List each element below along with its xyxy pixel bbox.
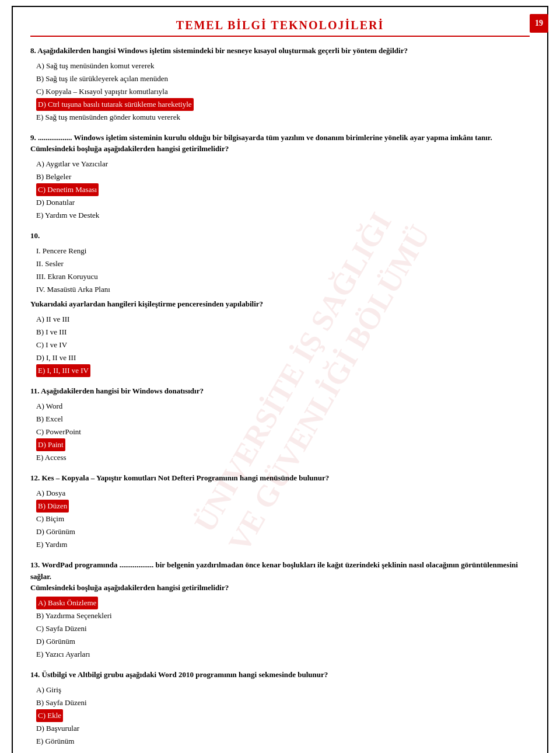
q12-opt-c: C) Biçim [36, 513, 530, 525]
q11-opt-e: E) Access [36, 451, 530, 464]
q9-opt-c: C) Denetim Masası [36, 183, 99, 196]
question-9: 9. .................. Windows işletim si… [30, 132, 530, 222]
q11-opt-c: C) PowerPoint [36, 426, 530, 438]
question-10: 10. I. Pencere Rengi II. Sesler III. Ekr… [30, 230, 530, 377]
q11-options: A) Word B) Excel C) PowerPoint D) Paint … [36, 400, 530, 464]
q10-items: I. Pencere Rengi II. Sesler III. Ekran K… [36, 245, 530, 296]
q10-after: Yukarıdaki ayarlardan hangileri kişileşt… [30, 299, 263, 308]
question-9-text: 9. .................. Windows işletim si… [30, 132, 530, 155]
q14-number: 14. [30, 670, 40, 679]
q13-opt-e: E) Yazıcı Ayarları [36, 648, 530, 661]
q11-opt-d: D) Paint [36, 438, 65, 451]
q9-after: Cümlesindeki boşluğa aşağıdakilerden han… [30, 144, 229, 153]
q12-body: Kes – Kopyala – Yapıştır komutları Not D… [42, 473, 330, 482]
q13-after: Cümlesindeki boşluğa aşağıdakilerden han… [30, 583, 229, 592]
q11-opt-b: B) Excel [36, 413, 530, 426]
q9-opt-b: B) Belgeler [36, 170, 530, 183]
page-number: 19 [530, 14, 548, 33]
question-12: 12. Kes – Kopyala – Yapıştır komutları N… [30, 472, 530, 551]
q10-item-1: I. Pencere Rengi [36, 246, 86, 255]
q11-body: Aşağıdakilerden hangisi bir Windows dona… [41, 386, 204, 395]
question-10-after: Yukarıdaki ayarlardan hangileri kişileşt… [30, 298, 530, 310]
q13-opt-b: B) Yazdırma Seçenekleri [36, 609, 530, 622]
q13-opt-c: C) Sayfa Düzeni [36, 622, 530, 635]
q14-opt-b: B) Sayfa Düzeni [36, 696, 530, 709]
q13-opt-d: D) Görünüm [36, 635, 530, 648]
q13-options: A) Baskı Önizleme B) Yazdırma Seçenekler… [36, 597, 530, 661]
q14-opt-c: C) Ekle [36, 709, 63, 722]
q12-number: 12. [30, 473, 40, 482]
q10-item-2: II. Sesler [36, 259, 64, 268]
q12-opt-a: A) Dosya [36, 487, 530, 500]
page-title: TEMEL BİLGİ TEKNOLOJİLERİ [30, 19, 530, 37]
question-14: 14. Üstbilgi ve Altbilgi grubu aşağıdaki… [30, 669, 530, 748]
q14-options: A) Giriş B) Sayfa Düzeni C) Ekle D) Başv… [36, 684, 530, 748]
q10-item-4: IV. Masaüstü Arka Planı [36, 285, 110, 294]
q9-number: 9. [30, 133, 36, 142]
question-10-text: 10. [30, 230, 530, 242]
q9-opt-e: E) Yardım ve Destek [36, 209, 530, 222]
q10-options: A) II ve III B) I ve III C) I ve IV D) I… [36, 313, 530, 377]
q11-opt-a: A) Word [36, 400, 530, 413]
q10-opt-d: D) I, II ve III [36, 351, 530, 364]
q9-options: A) Aygıtlar ve Yazıcılar B) Belgeler C) … [36, 158, 530, 222]
q11-number: 11. [30, 386, 40, 395]
q9-opt-d: D) Donatılar [36, 196, 530, 209]
q13-number: 13. [30, 560, 40, 569]
q10-item-3: III. Ekran Koruyucu [36, 272, 98, 281]
q10-opt-e: E) I, II, III ve IV [36, 364, 90, 377]
q12-opt-d: D) Görünüm [36, 525, 530, 538]
q9-opt-a: A) Aygıtlar ve Yazıcılar [36, 158, 530, 170]
q14-opt-a: A) Giriş [36, 684, 530, 696]
q8-opt-a: A) Sağ tuş menüsünden komut vererek [36, 60, 530, 72]
question-12-text: 12. Kes – Kopyala – Yapıştır komutları N… [30, 472, 530, 484]
q14-opt-d: D) Başvurular [36, 722, 530, 735]
page-container: ÜNİVERSİTE İŞ SAĞLIĞIVE GÜVENLİĞİ BÖLÜMÜ… [12, 6, 548, 753]
q8-opt-c: C) Kopyala – Kısayol yapıştır komutlarıy… [36, 85, 530, 98]
q8-opt-e: E) Sağ tuş menüsünden gönder komutu vere… [36, 111, 530, 124]
q12-opt-e: E) Yardım [36, 538, 530, 551]
q9-before: .................. Windows işletim siste… [38, 133, 492, 142]
q8-number: 8. [30, 46, 36, 55]
q8-opt-b: B) Sağ tuş ile sürükleyerek açılan menüd… [36, 72, 530, 85]
q10-opt-c: C) I ve IV [36, 339, 530, 351]
question-13-text: 13. WordPad programında ................… [30, 559, 530, 594]
question-8-text: 8. Aşağıdakilerden hangisi Windows işlet… [30, 45, 530, 57]
q10-opt-b: B) I ve III [36, 326, 530, 339]
question-11: 11. Aşağıdakilerden hangisi bir Windows … [30, 385, 530, 464]
q8-body: Aşağıdakilerden hangisi Windows işletim … [37, 46, 408, 55]
q14-body: Üstbilgi ve Altbilgi grubu aşağıdaki Wor… [42, 670, 328, 679]
q13-opt-a: A) Baskı Önizleme [36, 597, 98, 609]
q12-options: A) Dosya B) Düzen C) Biçim D) Görünüm E)… [36, 487, 530, 551]
q8-opt-d: D) Ctrl tuşuna basılı tutarak sürükleme … [36, 98, 194, 111]
question-11-text: 11. Aşağıdakilerden hangisi bir Windows … [30, 385, 530, 397]
q8-options: A) Sağ tuş menüsünden komut vererek B) S… [36, 60, 530, 124]
q10-number: 10. [30, 231, 40, 240]
q14-opt-e: E) Görünüm [36, 735, 530, 748]
question-8: 8. Aşağıdakilerden hangisi Windows işlet… [30, 45, 530, 124]
question-13: 13. WordPad programında ................… [30, 559, 530, 661]
content: TEMEL BİLGİ TEKNOLOJİLERİ 8. Aşağıdakile… [30, 19, 530, 748]
question-14-text: 14. Üstbilgi ve Altbilgi grubu aşağıdaki… [30, 669, 530, 681]
q10-opt-a: A) II ve III [36, 313, 530, 326]
q13-before: WordPad programında .................. b… [30, 560, 518, 581]
q12-opt-b: B) Düzen [36, 500, 69, 513]
